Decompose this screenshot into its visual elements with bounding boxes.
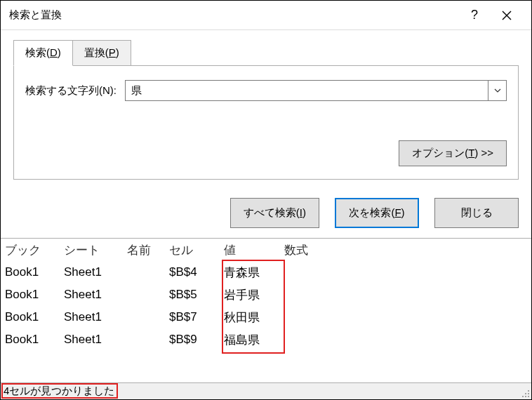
find-all-suffix: ): [302, 206, 306, 218]
status-bar: 4セルが見つかりました: [1, 382, 531, 399]
dialog-content: 検索(D) 置換(P) 検索する文字列(N): オプション(T) >>: [1, 30, 531, 187]
cell-sheet: Sheet1: [64, 288, 127, 302]
cell-value: 岩手県: [224, 287, 284, 303]
search-label-suffix: ):: [110, 84, 117, 96]
cell-sheet: Sheet1: [64, 265, 127, 279]
options-accel: T: [468, 147, 474, 159]
dialog-title: 検索と置換: [9, 8, 458, 22]
close-dialog-button[interactable]: 閉じる: [434, 198, 519, 228]
chevron-down-icon: [494, 88, 501, 93]
col-sheet[interactable]: シート: [64, 242, 127, 258]
tab-find[interactable]: 検索(D): [13, 40, 73, 66]
col-book[interactable]: ブック: [5, 242, 64, 258]
cell-sheet: Sheet1: [64, 333, 127, 347]
search-row: 検索する文字列(N):: [25, 80, 507, 101]
search-label-accel: N: [102, 84, 110, 96]
table-row[interactable]: Book1Sheet1$B$5岩手県: [1, 284, 531, 306]
find-next-label: 次を検索(: [349, 206, 394, 218]
search-label: 検索する文字列(N):: [25, 84, 117, 98]
status-text: 4セルが見つかりました: [4, 385, 114, 398]
svg-point-3: [525, 396, 526, 397]
col-cell[interactable]: セル: [169, 242, 224, 258]
tab-find-accel: D: [50, 46, 58, 58]
cell-book: Book1: [5, 333, 64, 347]
find-next-suffix: ): [401, 206, 405, 218]
table-row[interactable]: Book1Sheet1$B$4青森県: [1, 261, 531, 284]
cell-sheet: Sheet1: [64, 310, 127, 324]
table-row[interactable]: Book1Sheet1$B$7秋田県: [1, 306, 531, 328]
col-formula[interactable]: 数式: [284, 242, 340, 258]
search-field: [125, 80, 507, 101]
svg-point-7: [528, 390, 529, 392]
cell-cell: $B$7: [169, 310, 224, 324]
tab-find-suffix: ): [58, 46, 61, 58]
options-suffix: ) >>: [474, 147, 493, 159]
col-name[interactable]: 名前: [127, 242, 169, 258]
options-row: オプション(T) >>: [25, 140, 507, 166]
tab-replace-suffix: ): [116, 46, 119, 58]
tab-bar: 検索(D) 置換(P): [13, 40, 519, 66]
close-label: 閉じる: [461, 206, 493, 218]
results-header: ブック シート 名前 セル 値 数式: [1, 239, 531, 261]
search-input[interactable]: [125, 80, 488, 101]
cell-value: 青森県: [224, 265, 284, 281]
cell-value: 福島県: [224, 332, 284, 348]
cell-cell: $B$4: [169, 265, 224, 279]
tab-replace-label: 置換(: [84, 46, 109, 58]
find-next-accel: F: [394, 206, 401, 218]
titlebar: 検索と置換 ?: [1, 1, 531, 30]
svg-point-5: [522, 396, 524, 397]
cell-book: Book1: [5, 310, 64, 324]
tab-replace[interactable]: 置換(P): [73, 40, 131, 66]
find-all-label: すべて検索(: [244, 206, 300, 218]
cell-value: 秋田県: [224, 309, 284, 326]
table-row[interactable]: Book1Sheet1$B$9福島県: [1, 328, 531, 351]
close-button[interactable]: [491, 1, 523, 30]
search-label-text: 検索する文字列(: [25, 84, 102, 96]
cell-cell: $B$9: [169, 333, 224, 347]
resize-grip-icon[interactable]: [521, 389, 530, 398]
cell-book: Book1: [5, 265, 64, 279]
col-value[interactable]: 値: [224, 242, 284, 258]
find-all-button[interactable]: すべて検索(I): [230, 198, 319, 228]
results-grid: ブック シート 名前 セル 値 数式 Book1Sheet1$B$4青森県Boo…: [1, 238, 531, 382]
close-icon: [502, 11, 512, 20]
options-label: オプション(: [412, 147, 468, 159]
tab-replace-accel: P: [109, 46, 116, 58]
search-dropdown-button[interactable]: [488, 80, 507, 101]
svg-point-6: [525, 393, 526, 394]
action-row: すべて検索(I) 次を検索(F) 閉じる: [1, 187, 531, 238]
options-button[interactable]: オプション(T) >>: [399, 140, 507, 166]
cell-cell: $B$5: [169, 288, 224, 302]
find-next-button[interactable]: 次を検索(F): [335, 198, 419, 228]
cell-book: Book1: [5, 288, 64, 302]
help-button[interactable]: ?: [458, 1, 491, 30]
svg-point-4: [528, 393, 529, 394]
tab-find-label: 検索(: [25, 46, 50, 58]
svg-point-2: [528, 396, 529, 397]
tab-panel: 検索する文字列(N): オプション(T) >>: [13, 65, 519, 180]
